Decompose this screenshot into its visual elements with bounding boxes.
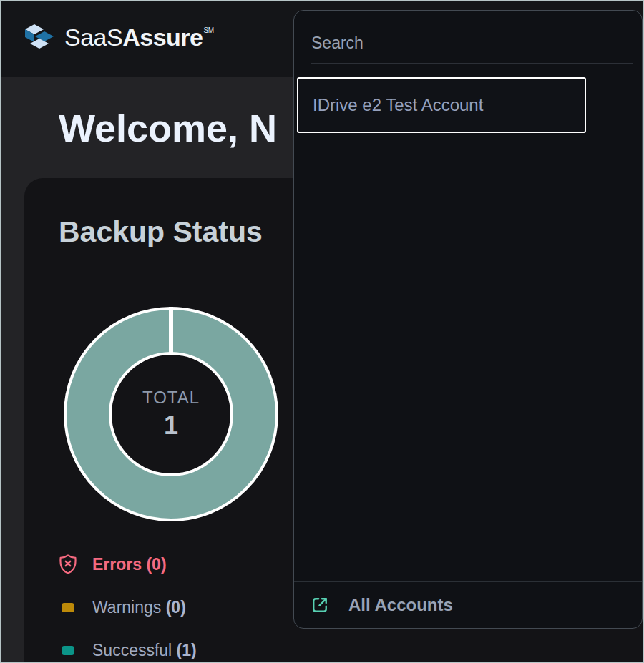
- all-accounts-link[interactable]: All Accounts: [294, 581, 642, 628]
- chart-legend: Errors (0) Warnings (0) Successful (1): [57, 552, 197, 663]
- brand-trademark: SM: [203, 26, 213, 34]
- success-swatch-icon: [57, 646, 79, 655]
- logo-cube-icon: [23, 21, 56, 53]
- legend-label: Errors (0): [92, 555, 167, 574]
- external-link-icon: [310, 595, 330, 615]
- legend-label-text: Successful: [92, 641, 172, 659]
- donut-svg: [57, 300, 286, 529]
- result-label: IDrive e2 Test Account: [313, 95, 483, 115]
- legend-label: Warnings (0): [92, 598, 186, 617]
- legend-count: (1): [177, 641, 197, 659]
- warning-swatch-icon: [57, 603, 79, 612]
- legend-label: Successful (1): [92, 641, 197, 660]
- search-result-idrive-e2-test-account[interactable]: IDrive e2 Test Account: [297, 77, 586, 133]
- backup-status-donut-chart: TOTAL 1: [57, 300, 286, 529]
- saasassure-logo: SaaSAssureSM: [23, 21, 213, 53]
- legend-item-successful[interactable]: Successful (1): [57, 638, 197, 662]
- legend-count: (0): [146, 555, 166, 574]
- brand-light: SaaS: [64, 24, 122, 51]
- account-search-panel: IDrive e2 Test Account All Accounts: [293, 10, 643, 629]
- all-accounts-label: All Accounts: [348, 595, 453, 615]
- legend-item-warnings[interactable]: Warnings (0): [57, 595, 197, 619]
- legend-label-text: Errors: [92, 555, 142, 574]
- panel-spacer: [294, 133, 642, 581]
- brand-bold: Assure: [122, 24, 203, 51]
- search-field-wrap: [311, 34, 633, 64]
- app-window: SaaSAssureSM Welcome, N Backup Status TO…: [0, 0, 644, 663]
- legend-item-errors[interactable]: Errors (0): [57, 552, 197, 576]
- brand-name: SaaSAssureSM: [64, 24, 213, 51]
- search-input[interactable]: [311, 34, 633, 53]
- legend-label-text: Warnings: [92, 598, 161, 617]
- card-title: Backup Status: [59, 215, 263, 249]
- shield-x-icon: [57, 554, 79, 575]
- legend-count: (0): [166, 598, 186, 617]
